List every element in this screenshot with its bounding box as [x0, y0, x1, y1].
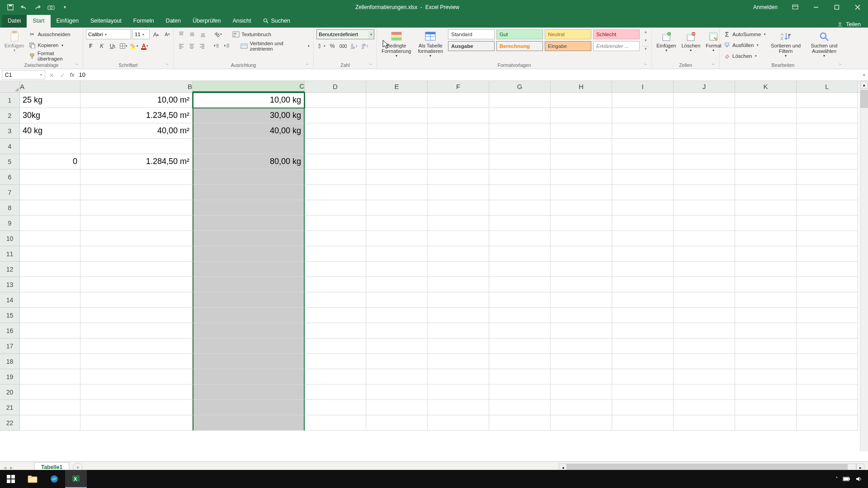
cell-B17[interactable]	[80, 338, 193, 354]
cell-K6[interactable]	[735, 169, 797, 185]
styles-expand[interactable]: ▾	[642, 46, 649, 51]
cell-A18[interactable]	[20, 354, 80, 369]
style-ausgabe[interactable]: Ausgabe	[448, 41, 495, 51]
row-header-13[interactable]: 13	[0, 277, 20, 292]
cell-G21[interactable]	[489, 400, 551, 415]
cell-F3[interactable]	[428, 123, 489, 139]
cell-D18[interactable]	[305, 354, 366, 369]
font-color-button[interactable]: A▾	[140, 41, 150, 51]
cell-A7[interactable]	[20, 185, 80, 200]
row-header-20[interactable]: 20	[0, 385, 20, 400]
cell-K5[interactable]	[735, 154, 797, 169]
align-center-icon[interactable]	[187, 41, 196, 51]
vertical-scrollbar[interactable]: ▴	[860, 81, 868, 451]
cell-K12[interactable]	[735, 262, 797, 277]
name-box[interactable]: C1▾	[2, 70, 45, 80]
cell-H22[interactable]	[551, 415, 612, 431]
cell-F16[interactable]	[428, 323, 489, 338]
cell-A6[interactable]	[20, 169, 80, 185]
camera-icon[interactable]	[47, 3, 55, 11]
style-gut[interactable]: Gut	[496, 29, 543, 39]
format-as-table-button[interactable]: Als Tabelle formatieren ▾	[415, 29, 446, 59]
cell-L17[interactable]	[797, 338, 858, 354]
cell-I22[interactable]	[612, 415, 674, 431]
cell-C19[interactable]	[193, 369, 305, 385]
cell-H15[interactable]	[551, 308, 612, 323]
cell-D20[interactable]	[305, 385, 366, 400]
cell-C12[interactable]	[193, 262, 305, 277]
cell-F9[interactable]	[428, 216, 489, 231]
orientation-button[interactable]: ab▾	[213, 29, 223, 39]
cell-C13[interactable]	[193, 277, 305, 292]
cell-K7[interactable]	[735, 185, 797, 200]
cell-E13[interactable]	[366, 277, 428, 292]
cell-L6[interactable]	[797, 169, 858, 185]
cell-E11[interactable]	[366, 246, 428, 262]
find-select-button[interactable]: Suchen und Auswählen▾	[805, 29, 844, 59]
cell-G18[interactable]	[489, 354, 551, 369]
cell-G4[interactable]	[489, 139, 551, 154]
cell-L15[interactable]	[797, 308, 858, 323]
maximize-button[interactable]	[826, 0, 847, 14]
cell-J14[interactable]	[674, 292, 735, 308]
cell-A17[interactable]	[20, 338, 80, 354]
cell-H18[interactable]	[551, 354, 612, 369]
cell-J19[interactable]	[674, 369, 735, 385]
cell-G9[interactable]	[489, 216, 551, 231]
font-size-combo[interactable]: 11▾	[132, 29, 150, 39]
style-berechnung[interactable]: Berechnung	[496, 41, 543, 51]
cell-K4[interactable]	[735, 139, 797, 154]
tab-data[interactable]: Daten	[160, 15, 187, 28]
cell-H20[interactable]	[551, 385, 612, 400]
insert-cells-button[interactable]: +Einfügen▾	[655, 29, 678, 53]
cell-E2[interactable]	[366, 108, 428, 123]
cell-D7[interactable]	[305, 185, 366, 200]
col-header-I[interactable]: I	[612, 81, 674, 92]
cell-C17[interactable]	[193, 338, 305, 354]
cell-D14[interactable]	[305, 292, 366, 308]
cell-H8[interactable]	[551, 200, 612, 216]
align-top-icon[interactable]	[176, 29, 186, 39]
row-header-5[interactable]: 5	[0, 154, 20, 169]
cell-I9[interactable]	[612, 216, 674, 231]
cell-G19[interactable]	[489, 369, 551, 385]
cell-K1[interactable]	[735, 93, 797, 108]
cell-A1[interactable]: 25 kg	[20, 93, 80, 108]
cell-K10[interactable]	[735, 231, 797, 246]
cell-C20[interactable]	[193, 385, 305, 400]
cell-D17[interactable]	[305, 338, 366, 354]
cell-I10[interactable]	[612, 231, 674, 246]
increase-indent-icon[interactable]	[222, 41, 232, 51]
cell-G5[interactable]	[489, 154, 551, 169]
row-header-9[interactable]: 9	[0, 216, 20, 231]
signin-link[interactable]: Anmelden	[746, 4, 785, 10]
cell-F21[interactable]	[428, 400, 489, 415]
select-all-corner[interactable]	[0, 81, 20, 92]
cell-B13[interactable]	[80, 277, 193, 292]
cell-B21[interactable]	[80, 400, 193, 415]
row-header-19[interactable]: 19	[0, 369, 20, 385]
cell-K19[interactable]	[735, 369, 797, 385]
cell-B4[interactable]	[80, 139, 193, 154]
tab-start[interactable]: Start	[27, 15, 50, 28]
cell-E6[interactable]	[366, 169, 428, 185]
cell-J9[interactable]	[674, 216, 735, 231]
cell-B2[interactable]: 1.234,50 m²	[80, 108, 193, 123]
cell-G6[interactable]	[489, 169, 551, 185]
cell-D9[interactable]	[305, 216, 366, 231]
cell-A4[interactable]	[20, 139, 80, 154]
col-header-D[interactable]: D	[305, 81, 366, 92]
cell-A15[interactable]	[20, 308, 80, 323]
cell-D12[interactable]	[305, 262, 366, 277]
styles-scroll-down[interactable]: ▾	[642, 38, 649, 42]
cell-F20[interactable]	[428, 385, 489, 400]
cell-J7[interactable]	[674, 185, 735, 200]
row-header-3[interactable]: 3	[0, 123, 20, 139]
cell-C22[interactable]	[193, 415, 305, 431]
cell-L21[interactable]	[797, 400, 858, 415]
cell-G16[interactable]	[489, 323, 551, 338]
cell-D5[interactable]	[305, 154, 366, 169]
cell-K3[interactable]	[735, 123, 797, 139]
cell-I2[interactable]	[612, 108, 674, 123]
copy-button[interactable]: Kopieren▾	[28, 40, 80, 50]
